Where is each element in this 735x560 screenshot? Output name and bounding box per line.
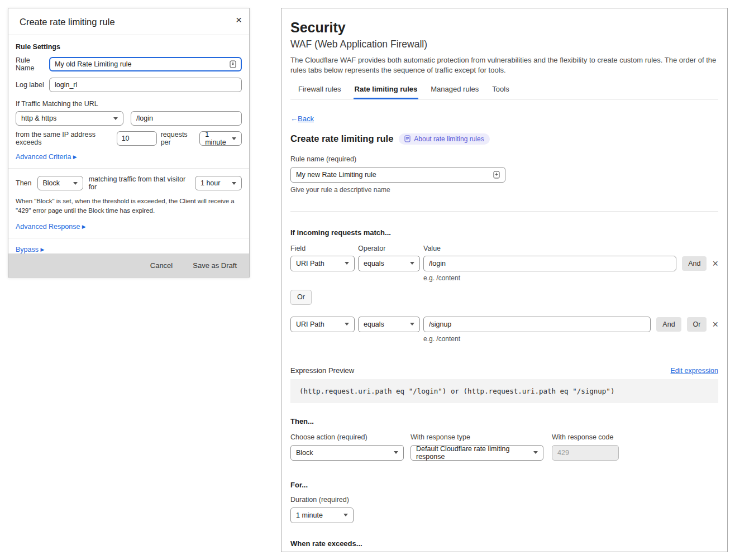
close-icon[interactable]: × [236, 15, 242, 25]
modal-body: Rule Settings Rule Name Log label If Tra… [8, 35, 249, 253]
response-code-label: With response code [552, 433, 619, 441]
threshold-input[interactable] [117, 131, 157, 146]
action-select[interactable]: Block [37, 176, 83, 190]
threshold-row: from the same IP address exceeds request… [16, 131, 242, 146]
page-subtitle: WAF (Web Application Firewall) [290, 39, 718, 50]
url-match-row: http & https [16, 111, 242, 126]
chevron-down-icon [232, 182, 236, 185]
or-button[interactable]: Or [290, 290, 312, 305]
then-section: Then... Choose action (required) With re… [290, 417, 718, 461]
rule-name-input-field[interactable] [296, 171, 490, 179]
or-button[interactable]: Or [687, 317, 707, 332]
remove-condition-icon[interactable]: × [712, 319, 718, 329]
back-link[interactable]: ←Back [290, 114, 718, 123]
edit-expression-link[interactable]: Edit expression [671, 367, 718, 375]
chevron-down-icon [410, 323, 414, 326]
response-type-select[interactable]: Default Cloudflare rate limiting respons… [411, 445, 543, 461]
back-arrow-icon: ← [290, 114, 298, 123]
modal-footer: Cancel Save as Draft [8, 253, 249, 277]
expand-triangle-icon: ▶ [82, 224, 86, 229]
divider [8, 168, 249, 169]
value-hint: e.g. /content [423, 274, 718, 282]
form-title: Create rate limiting rule [290, 133, 393, 144]
chevron-down-icon [232, 137, 236, 140]
bypass-link[interactable]: Bypass ▶ [16, 246, 242, 253]
field-column-label: Field [290, 245, 355, 252]
choose-action-label: Choose action (required) [290, 433, 404, 441]
url-input-field[interactable] [136, 114, 236, 122]
and-button[interactable]: And [656, 317, 681, 332]
page-title: Security [290, 20, 718, 36]
rule-name-input-field[interactable] [55, 60, 226, 68]
log-label-row: Log label [16, 78, 242, 92]
duration-select[interactable]: 1 minute [290, 508, 354, 523]
create-rate-limiting-rule-modal: Create rate limiting rule × Rule Setting… [8, 8, 250, 277]
scheme-select[interactable]: http & https [16, 111, 123, 126]
then-suffix-text: matching traffic from that visitor for [89, 175, 189, 191]
rate-section-heading: When rate exceeds... [290, 539, 718, 548]
rule-name-label: Rule Name [16, 56, 49, 72]
rule-name-row: Rule Name [16, 56, 242, 72]
waf-tabs: Firewall rules Rate limiting rules Manag… [290, 85, 718, 99]
advanced-response-link[interactable]: Advanced Response ▶ [16, 223, 242, 231]
about-rate-limiting-rules-badge[interactable]: About rate limiting rules [399, 133, 489, 145]
value-hint: e.g. /content [423, 335, 718, 343]
then-row: Then Block matching traffic from that vi… [16, 175, 242, 191]
autofill-icon [230, 60, 236, 68]
chevron-down-icon [533, 451, 538, 454]
and-button[interactable]: And [682, 256, 707, 271]
log-label-label: Log label [16, 81, 49, 89]
rule-name-input[interactable] [290, 167, 505, 183]
operator-select[interactable]: equals [358, 317, 420, 332]
field-select[interactable]: URI Path [290, 317, 355, 332]
chevron-down-icon [343, 514, 348, 516]
screen: Create rate limiting rule × Rule Setting… [0, 0, 735, 560]
chevron-down-icon [410, 262, 414, 265]
security-waf-panel: Security WAF (Web Application Firewall) … [281, 8, 728, 552]
rule-name-label: Rule name (required) [290, 155, 718, 163]
divider [290, 211, 718, 212]
autofill-icon [493, 171, 500, 179]
remove-condition-icon[interactable]: × [712, 259, 718, 269]
field-select[interactable]: URI Path [290, 256, 355, 271]
value-input-field[interactable] [429, 320, 645, 328]
condition-row: URI Path equals And × [290, 256, 718, 271]
url-input[interactable] [131, 111, 242, 126]
tab-tools[interactable]: Tools [492, 85, 509, 99]
modal-title: Create rate limiting rule [20, 17, 242, 27]
for-section: For... Duration (required) 1 minute [290, 481, 718, 523]
block-duration-select[interactable]: 1 hour [195, 176, 242, 190]
value-input[interactable] [423, 256, 676, 271]
response-code-input-field [557, 449, 613, 457]
expression-preview-block: Expression Preview Edit expression (http… [290, 366, 718, 403]
action-select[interactable]: Block [290, 445, 404, 461]
rule-name-help: Give your rule a descriptive name [290, 186, 718, 194]
match-section-heading: If incoming requests match... [290, 228, 718, 237]
advanced-criteria-link[interactable]: Advanced Criteria ▶ [16, 153, 242, 161]
response-code-input [552, 445, 619, 461]
threshold-suffix-text: requests per [161, 131, 196, 146]
modal-header: Create rate limiting rule × [8, 8, 249, 35]
log-label-input-field[interactable] [55, 81, 236, 89]
expand-triangle-icon: ▶ [40, 247, 44, 252]
threshold-prefix-text: from the same IP address exceeds [16, 131, 113, 146]
save-as-draft-button[interactable]: Save as Draft [193, 261, 237, 270]
divider [8, 238, 249, 238]
for-section-heading: For... [290, 481, 718, 489]
cancel-button[interactable]: Cancel [150, 261, 173, 270]
expression-preview-code: (http.request.uri.path eq "/login") or (… [290, 379, 718, 403]
tab-firewall-rules[interactable]: Firewall rules [298, 85, 341, 99]
expression-preview-label: Expression Preview [290, 366, 354, 375]
traffic-match-label: If Traffic Matching the URL [16, 100, 242, 108]
tab-rate-limiting-rules[interactable]: Rate limiting rules [355, 85, 418, 99]
duration-label: Duration (required) [290, 496, 718, 504]
chevron-down-icon [345, 323, 349, 326]
log-label-input[interactable] [49, 78, 242, 92]
period-select[interactable]: 1 minute [199, 131, 242, 146]
rule-name-input[interactable] [49, 57, 242, 71]
operator-select[interactable]: equals [358, 256, 420, 271]
form-title-row: Create rate limiting rule About rate lim… [290, 133, 718, 145]
value-input[interactable] [423, 317, 651, 332]
tab-managed-rules[interactable]: Managed rules [431, 85, 479, 99]
value-input-field[interactable] [429, 260, 671, 267]
